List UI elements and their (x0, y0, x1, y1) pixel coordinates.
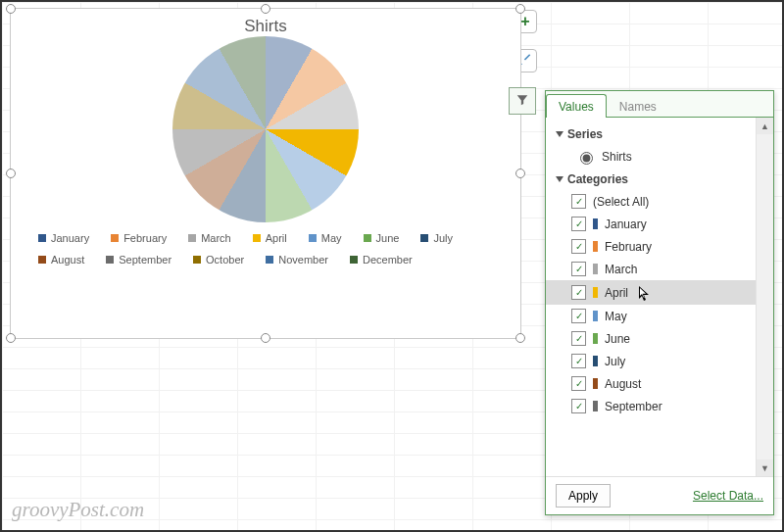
selection-handle[interactable] (515, 4, 525, 14)
category-label: April (605, 286, 628, 300)
category-item[interactable]: ✓September (546, 395, 757, 417)
legend-item[interactable]: November (266, 254, 328, 266)
category-item[interactable]: ✓July (546, 350, 757, 372)
legend-item[interactable]: June (364, 232, 400, 244)
checkbox-icon[interactable]: ✓ (571, 194, 586, 209)
chart-title[interactable]: Shirts (11, 17, 520, 36)
legend-item[interactable]: October (193, 254, 244, 266)
select-data-link[interactable]: Select Data... (693, 489, 763, 503)
scrollbar[interactable]: ▲ ▼ (756, 118, 773, 476)
legend-label: February (123, 232, 167, 244)
legend-label: June (376, 232, 400, 244)
watermark: groovyPost.com (12, 498, 144, 522)
category-swatch (593, 378, 598, 389)
category-select-all[interactable]: ✓ (Select All) (546, 190, 757, 213)
category-item[interactable]: ✓January (546, 213, 757, 235)
filter-scroll-area: Series Shirts Categories ✓ (Select All) … (546, 118, 757, 476)
checkbox-icon[interactable]: ✓ (571, 399, 586, 413)
legend-label: January (51, 232, 89, 244)
category-item[interactable]: ✓April (546, 280, 757, 305)
legend-swatch (193, 256, 201, 264)
legend-swatch (38, 256, 46, 264)
chevron-down-icon (556, 176, 564, 182)
legend-item[interactable]: February (111, 232, 167, 244)
legend-item[interactable]: September (106, 254, 172, 266)
checkbox-icon[interactable]: ✓ (571, 354, 586, 368)
selection-handle[interactable] (6, 333, 16, 343)
chart-legend[interactable]: JanuaryFebruaryMarchAprilMayJuneJulyAugu… (11, 222, 520, 266)
filter-tabs: Values Names (546, 91, 773, 118)
legend-swatch (38, 234, 46, 242)
category-swatch (593, 264, 598, 274)
legend-swatch (111, 234, 119, 242)
legend-item[interactable]: March (188, 232, 231, 244)
legend-item[interactable]: April (253, 232, 287, 244)
legend-item[interactable]: July (420, 232, 453, 244)
category-item[interactable]: ✓June (546, 327, 757, 350)
category-item[interactable]: ✓March (546, 258, 757, 280)
pie-chart[interactable] (172, 36, 359, 222)
legend-label: July (433, 232, 453, 244)
chart-filter-button[interactable] (509, 87, 536, 115)
selection-handle[interactable] (6, 169, 16, 178)
category-item[interactable]: ✓February (546, 235, 757, 258)
category-swatch (593, 333, 598, 344)
category-label: February (605, 240, 652, 254)
pie-chart-object[interactable]: Shirts JanuaryFebruaryMarchAprilMayJuneJ… (10, 8, 521, 339)
selection-handle[interactable] (6, 4, 16, 14)
legend-item[interactable]: December (350, 254, 413, 266)
legend-swatch (106, 256, 114, 264)
category-swatch (593, 311, 598, 321)
legend-item[interactable]: January (38, 232, 89, 244)
legend-swatch (309, 234, 317, 242)
radio-shirts[interactable] (580, 152, 593, 165)
checkbox-icon[interactable]: ✓ (571, 331, 586, 346)
scroll-up-button[interactable]: ▲ (757, 118, 773, 134)
category-label: September (605, 400, 662, 413)
legend-label: September (119, 254, 172, 266)
category-label: January (605, 218, 647, 231)
legend-label: December (363, 254, 413, 266)
checkbox-icon[interactable]: ✓ (571, 239, 586, 254)
category-item[interactable]: ✓August (546, 372, 757, 395)
series-option-label: Shirts (602, 150, 632, 164)
category-label: June (605, 332, 630, 346)
legend-swatch (420, 234, 428, 242)
category-swatch (593, 401, 598, 411)
legend-item[interactable]: May (309, 232, 342, 244)
checkbox-icon[interactable]: ✓ (571, 309, 586, 323)
series-option-shirts[interactable]: Shirts (546, 145, 757, 169)
category-swatch (593, 287, 598, 298)
selection-handle[interactable] (261, 4, 270, 14)
legend-label: October (206, 254, 244, 266)
legend-swatch (364, 234, 371, 242)
category-swatch (593, 218, 598, 229)
category-label: March (605, 263, 637, 276)
checkbox-icon[interactable]: ✓ (571, 376, 586, 391)
checkbox-icon[interactable]: ✓ (571, 285, 586, 300)
category-item[interactable]: ✓May (546, 305, 757, 327)
tab-values[interactable]: Values (546, 94, 607, 118)
selection-handle[interactable] (515, 169, 525, 178)
series-group-header[interactable]: Series (546, 123, 757, 145)
legend-item[interactable]: August (38, 254, 84, 266)
selection-handle[interactable] (261, 333, 270, 343)
checkbox-icon[interactable]: ✓ (571, 217, 586, 231)
funnel-icon (515, 93, 529, 110)
select-all-label: (Select All) (593, 195, 649, 209)
tab-names[interactable]: Names (607, 94, 669, 118)
legend-label: November (278, 254, 328, 266)
apply-button[interactable]: Apply (556, 484, 611, 508)
categories-label: Categories (567, 172, 628, 186)
scroll-down-button[interactable]: ▼ (757, 459, 773, 476)
plus-icon: + (520, 13, 529, 30)
checkbox-icon[interactable]: ✓ (571, 262, 586, 276)
category-label: May (605, 310, 627, 323)
legend-swatch (266, 256, 273, 264)
selection-handle[interactable] (515, 333, 525, 343)
cursor-icon (639, 286, 652, 303)
category-label: August (605, 377, 641, 391)
categories-group-header[interactable]: Categories (546, 169, 757, 190)
category-label: July (605, 355, 625, 368)
chevron-down-icon (556, 131, 564, 137)
